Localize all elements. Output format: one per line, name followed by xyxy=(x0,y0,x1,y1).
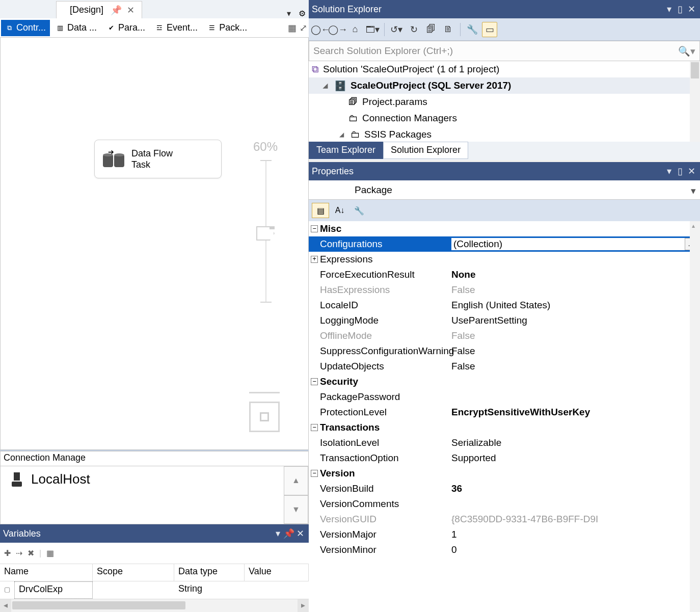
col-datatype[interactable]: Data type xyxy=(174,564,245,581)
tab-data-flow[interactable]: ▥Data ... xyxy=(52,20,101,36)
cat-version[interactable]: −Version xyxy=(309,466,700,481)
prop-versionminor[interactable]: VersionMinor0 xyxy=(309,542,700,557)
close-icon[interactable]: ✕ xyxy=(127,5,134,16)
panel-menu-icon[interactable]: ▾ xyxy=(663,166,675,177)
variable-value xyxy=(245,581,309,599)
panel-menu-icon[interactable]: ▾ xyxy=(272,528,283,539)
dataflow-icon: ▥ xyxy=(56,24,64,32)
property-grid[interactable]: −Misc Configurations(Collection)… +Expre… xyxy=(309,221,700,612)
tab-package-explorer[interactable]: ☰Pack... xyxy=(204,20,251,36)
zoom-slider[interactable] xyxy=(263,160,268,303)
connection-item[interactable]: LocalHost xyxy=(1,466,284,524)
scroll-up-button[interactable]: ▲ xyxy=(284,466,308,495)
close-icon[interactable]: ✕ xyxy=(294,528,306,539)
cat-security[interactable]: −Security xyxy=(309,374,700,389)
categorized-icon[interactable]: ▤ xyxy=(312,203,329,218)
search-icon[interactable]: 🔍▾ xyxy=(678,45,695,57)
prop-protectionlevel[interactable]: ProtectionLevelEncryptSensitiveWithUserK… xyxy=(309,405,700,420)
prop-transactionoption[interactable]: TransactionOptionSupported xyxy=(309,450,700,466)
tab-event-handlers[interactable]: ☲Event... xyxy=(151,20,202,36)
variable-name[interactable]: DrvColExp xyxy=(14,581,93,599)
history-icon[interactable]: ↺▾ xyxy=(389,22,404,37)
sync-icon[interactable]: 🗔▾ xyxy=(365,22,380,37)
explorer-tab-group: Team Explorer Solution Explorer xyxy=(309,142,700,160)
svg-rect-1 xyxy=(12,482,22,487)
zoom-fit-button[interactable] xyxy=(249,402,280,432)
tab-overflow-dropdown[interactable]: ▾ xyxy=(282,9,295,18)
wrench-icon[interactable]: 🔧 xyxy=(351,203,368,218)
project-icon: 🗄️ xyxy=(334,80,346,92)
properties-icon[interactable]: 🔧 xyxy=(465,22,480,37)
pin-icon[interactable]: 📌 xyxy=(283,528,294,539)
toolbox-icon[interactable]: ▦ xyxy=(286,22,298,34)
solution-node[interactable]: ⧉ Solution 'ScaleOutProject' (1 of 1 pro… xyxy=(309,61,700,77)
scroll-down-button[interactable]: ▼ xyxy=(284,495,308,524)
tab-control-flow[interactable]: ⧉Contr... xyxy=(1,20,50,36)
expand-icon[interactable]: ⤢ xyxy=(298,22,309,34)
connection-managers-header: Connection Manage xyxy=(0,451,309,466)
prop-versionmajor[interactable]: VersionMajor1 xyxy=(309,527,700,542)
alphabetical-icon[interactable]: A↓ xyxy=(331,203,348,218)
solution-tree[interactable]: ⧉ Solution 'ScaleOutProject' (1 of 1 pro… xyxy=(309,61,700,142)
preview-icon[interactable]: ▭ xyxy=(482,22,497,37)
prop-packagepassword[interactable]: PackagePassword xyxy=(309,389,700,405)
home-icon[interactable]: ⌂ xyxy=(347,22,363,37)
properties-toolbar: ▤ A↓ 🔧 xyxy=(309,200,700,221)
pin-icon[interactable]: ▯ xyxy=(675,4,686,15)
prop-versionbuild[interactable]: VersionBuild36 xyxy=(309,481,700,496)
svg-rect-0 xyxy=(14,472,20,481)
close-icon[interactable]: ✕ xyxy=(686,4,697,15)
collapse-icon[interactable]: ◢ xyxy=(339,131,346,138)
tree-scrollbar[interactable] xyxy=(690,61,700,142)
variable-row[interactable]: ▢ DrvColExp String xyxy=(0,581,309,599)
col-scope[interactable]: Scope xyxy=(93,564,174,581)
cat-transactions[interactable]: −Transactions xyxy=(309,420,700,435)
packages-node[interactable]: ◢ 🗀 SSIS Packages xyxy=(309,126,700,142)
connmgrs-node[interactable]: 🗀 Connection Managers xyxy=(309,110,700,126)
prop-isolationlevel[interactable]: IsolationLevelSerializable xyxy=(309,435,700,450)
cat-misc[interactable]: −Misc xyxy=(309,221,700,236)
forward-icon[interactable]: ◯→ xyxy=(330,22,345,37)
panel-menu-icon[interactable]: ▾ xyxy=(663,4,675,15)
document-tab-well: [Design] 📌 ✕ ▾ ⚙ xyxy=(0,0,309,18)
properties-scrollbar[interactable] xyxy=(690,221,700,612)
refresh-icon[interactable]: ↻ xyxy=(406,22,421,37)
connection-managers-panel: Connection Manage LocalHost ▲ ▼ xyxy=(0,450,309,524)
design-canvas[interactable]: ➔ Data FlowTask 60% xyxy=(0,38,309,450)
prop-suppressconfigwarning[interactable]: SuppressConfigurationWarningFalse xyxy=(309,343,700,359)
tab-solution-explorer[interactable]: Solution Explorer xyxy=(383,142,468,159)
pin-icon[interactable]: ▯ xyxy=(675,166,686,177)
properties-object-selector[interactable]: Package ▾ xyxy=(309,180,700,200)
prop-versioncomments[interactable]: VersionComments xyxy=(309,496,700,512)
gear-icon[interactable]: ⚙ xyxy=(295,9,309,18)
variables-hscrollbar[interactable]: ◂▸ xyxy=(0,599,309,612)
grid-options-icon[interactable]: ▦ xyxy=(46,548,54,558)
tab-parameters[interactable]: ✔Para... xyxy=(103,20,149,36)
collapse-icon[interactable]: ◢ xyxy=(323,82,330,89)
showall-icon[interactable]: 🗎 xyxy=(441,22,456,37)
solution-explorer-toolbar: ◯← ◯→ ⌂ 🗔▾ ↺▾ ↻ 🗐 🗎 🔧 ▭ xyxy=(309,18,700,41)
collapse-icon[interactable]: 🗐 xyxy=(423,22,439,37)
prop-forceexecutionresult[interactable]: ForceExecutionResultNone xyxy=(309,267,700,282)
add-variable-icon[interactable]: ✚ xyxy=(4,548,11,558)
prop-updateobjects[interactable]: UpdateObjectsFalse xyxy=(309,359,700,374)
back-icon[interactable]: ◯← xyxy=(313,22,328,37)
prop-loggingmode[interactable]: LoggingModeUseParentSetting xyxy=(309,313,700,328)
prop-configurations[interactable]: Configurations(Collection)… xyxy=(309,236,700,252)
solution-explorer-search[interactable]: Search Solution Explorer (Ctrl+;) 🔍▾ xyxy=(309,41,700,61)
variables-titlebar: Variables ▾ 📌 ✕ xyxy=(0,524,309,543)
tab-team-explorer[interactable]: Team Explorer xyxy=(309,142,383,159)
params-node[interactable]: 🗊 Project.params xyxy=(309,94,700,110)
col-name[interactable]: Name xyxy=(0,564,93,581)
col-value[interactable]: Value xyxy=(245,564,309,581)
close-icon[interactable]: ✕ xyxy=(686,166,697,177)
prop-localeid[interactable]: LocaleIDEnglish (United States) xyxy=(309,298,700,313)
move-variable-icon[interactable]: ⇢ xyxy=(16,548,22,558)
project-node[interactable]: ◢ 🗄️ ScaleOutProject (SQL Server 2017) xyxy=(309,77,700,94)
data-flow-task[interactable]: ➔ Data FlowTask xyxy=(94,140,222,178)
design-tab[interactable]: [Design] 📌 ✕ xyxy=(56,1,142,18)
prop-expressions[interactable]: +Expressions xyxy=(309,252,700,267)
delete-variable-icon[interactable]: ✖ xyxy=(28,548,34,558)
chevron-down-icon[interactable]: ▾ xyxy=(691,185,696,197)
pin-icon[interactable]: 📌 xyxy=(111,5,122,16)
